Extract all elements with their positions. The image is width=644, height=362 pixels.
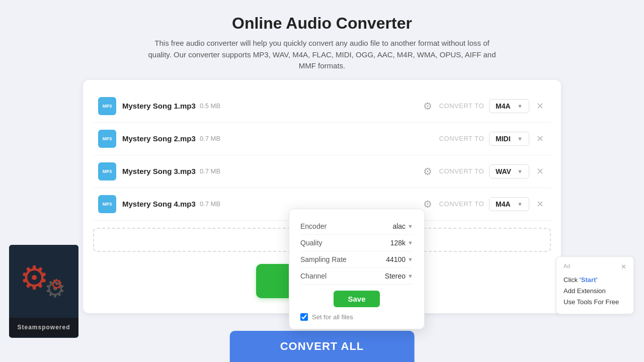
file-type-icon: MP3	[98, 195, 116, 213]
save-button[interactable]: Save	[334, 291, 379, 307]
steam-ad[interactable]: ⚙ ⚙ ⚙ Steamspowered	[9, 245, 78, 338]
settings-popup: Encoder alac ▼ Quality 128k ▼ Sampling R…	[289, 209, 425, 329]
format-value: MIDI	[496, 135, 511, 143]
format-dropdown[interactable]: M4A ▼	[489, 197, 529, 211]
remove-file-button[interactable]: ✕	[534, 197, 546, 212]
page-title: Online Audio Converter	[10, 14, 634, 33]
file-type-icon: MP3	[98, 162, 116, 180]
ad-add-extension: Add Extension	[564, 287, 606, 295]
sampling-rate-chevron-icon: ▼	[408, 256, 413, 262]
format-value: M4A	[496, 200, 511, 208]
file-size: 0.7 MB	[200, 167, 220, 175]
file-type-icon: MP3	[98, 130, 116, 148]
file-size: 0.7 MB	[200, 200, 220, 208]
format-chevron-icon: ▼	[517, 201, 523, 207]
ad-start-link[interactable]: 'Start'	[580, 276, 598, 284]
file-name: Mystery Song 2.mp3	[122, 134, 196, 143]
settings-gear-button[interactable]: ⚙	[421, 98, 434, 114]
channel-value: Stereo	[385, 272, 406, 280]
format-value: M4A	[496, 102, 511, 110]
steam-gear-red-small-icon: ⚙	[50, 276, 63, 293]
file-name: Mystery Song 4.mp3	[122, 200, 196, 208]
page-header: Online Audio Converter This free audio c…	[0, 0, 644, 80]
encoder-chevron-icon: ▼	[408, 223, 413, 229]
ad-close-icon[interactable]: ✕	[621, 263, 626, 270]
file-size: 0.7 MB	[200, 135, 220, 142]
ad-click-text: Click	[564, 276, 580, 284]
remove-file-button[interactable]: ✕	[534, 164, 546, 179]
file-name: Mystery Song 1.mp3	[122, 102, 196, 110]
quality-dropdown[interactable]: 128k ▼	[390, 239, 413, 247]
encoder-row: Encoder alac ▼	[300, 218, 413, 235]
quality-label: Quality	[300, 239, 323, 247]
format-chevron-icon: ▼	[517, 136, 523, 142]
channel-row: Channel Stereo ▼	[300, 268, 413, 285]
quality-chevron-icon: ▼	[408, 240, 413, 246]
sampling-rate-row: Sampling Rate 44100 ▼	[300, 251, 413, 268]
settings-gear-button[interactable]: ⚙	[421, 163, 434, 179]
sampling-rate-value: 44100	[386, 255, 406, 263]
file-type-icon: MP3	[98, 97, 116, 115]
format-dropdown[interactable]: M4A ▼	[489, 99, 529, 113]
convert-to-label: CONVERT TO	[439, 135, 484, 142]
convert-to-label: CONVERT TO	[439, 167, 484, 175]
file-actions: ⚙ CONVERT TO M4A ▼ ✕	[421, 196, 546, 212]
file-info: Mystery Song 3.mp3 0.7 MB	[122, 167, 415, 175]
file-list: MP3 Mystery Song 1.mp3 0.5 MB ⚙ CONVERT …	[93, 90, 551, 221]
file-info: Mystery Song 2.mp3 0.7 MB	[122, 134, 414, 143]
ad-text: Click 'Start' Add Extension Use Tools Fo…	[564, 275, 626, 308]
ad-use-tools: Use Tools For Free	[564, 298, 619, 306]
convert-to-label: CONVERT TO	[439, 200, 484, 208]
quality-row: Quality 128k ▼	[300, 235, 413, 251]
format-dropdown[interactable]: WAV ▼	[489, 164, 529, 178]
channel-label: Channel	[300, 272, 327, 280]
channel-dropdown[interactable]: Stereo ▼	[385, 272, 413, 280]
quality-value: 128k	[390, 239, 406, 247]
file-size: 0.5 MB	[200, 102, 220, 110]
set-all-checkbox[interactable]	[300, 313, 308, 321]
file-name: Mystery Song 3.mp3	[122, 167, 196, 175]
channel-chevron-icon: ▼	[408, 273, 413, 279]
file-row: MP3 Mystery Song 1.mp3 0.5 MB ⚙ CONVERT …	[93, 90, 551, 123]
format-dropdown[interactable]: MIDI ▼	[489, 132, 529, 146]
format-value: WAV	[496, 167, 511, 175]
remove-file-button[interactable]: ✕	[534, 99, 546, 114]
sampling-rate-dropdown[interactable]: 44100 ▼	[386, 255, 413, 263]
encoder-label: Encoder	[300, 222, 327, 230]
file-row: MP3 Mystery Song 2.mp3 0.7 MB CONVERT TO…	[93, 123, 551, 155]
convert-all-button[interactable]: CONVERT ALL	[230, 331, 415, 362]
set-all-row: Set for all files	[300, 313, 413, 321]
encoder-dropdown[interactable]: alac ▼	[392, 222, 413, 230]
ad-panel: Ad ✕ Click 'Start' Add Extension Use Too…	[556, 256, 634, 314]
convert-to-label: CONVERT TO	[439, 102, 484, 110]
steam-bar: Steamspowered	[9, 318, 78, 337]
remove-file-button[interactable]: ✕	[534, 131, 546, 146]
file-actions: ⚙ CONVERT TO M4A ▼ ✕	[421, 98, 546, 114]
steam-gear-group: ⚙ ⚙ ⚙	[24, 261, 64, 302]
steam-logo-area: ⚙ ⚙ ⚙	[9, 245, 78, 318]
set-all-label: Set for all files	[312, 313, 353, 321]
file-info: Mystery Song 4.mp3 0.7 MB	[122, 200, 415, 208]
format-chevron-icon: ▼	[517, 168, 523, 174]
steam-label: Steamspowered	[17, 324, 70, 331]
ad-badge-row: Ad ✕	[564, 263, 626, 270]
file-actions: ⚙ CONVERT TO WAV ▼ ✕	[421, 163, 546, 179]
file-info: Mystery Song 1.mp3 0.5 MB	[122, 102, 415, 110]
sampling-rate-label: Sampling Rate	[300, 255, 347, 263]
encoder-value: alac	[392, 222, 406, 230]
format-chevron-icon: ▼	[517, 103, 523, 109]
ad-badge: Ad	[564, 263, 570, 270]
page-subtitle: This free audio converter will help you …	[146, 38, 498, 72]
file-actions: CONVERT TO MIDI ▼ ✕	[420, 131, 546, 146]
file-row: MP3 Mystery Song 3.mp3 0.7 MB ⚙ CONVERT …	[93, 155, 551, 188]
